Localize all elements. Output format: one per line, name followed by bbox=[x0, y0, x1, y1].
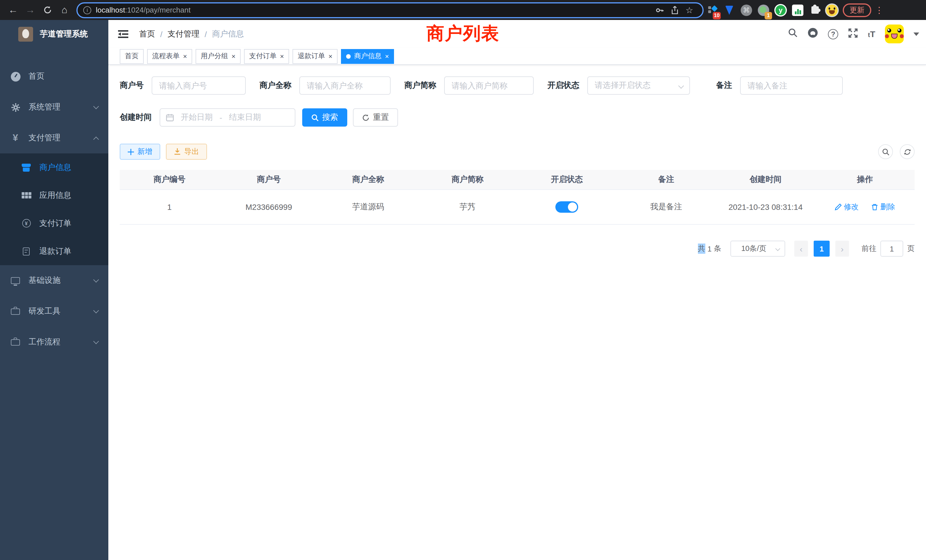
close-icon[interactable]: × bbox=[385, 52, 389, 60]
tag-home[interactable]: 首页 bbox=[120, 49, 144, 64]
sidebar-item-merchant-info[interactable]: 商户信息 bbox=[0, 153, 108, 182]
delete-link[interactable]: 删除 bbox=[871, 202, 895, 212]
close-icon[interactable]: × bbox=[328, 52, 333, 60]
tag-merchant-info[interactable]: 商户信息× bbox=[341, 49, 394, 64]
tag-user-group[interactable]: 用户分组× bbox=[195, 49, 241, 64]
remark-label: 备注 bbox=[716, 80, 732, 91]
sidebar-collapse-icon[interactable] bbox=[117, 28, 129, 39]
remark-input[interactable] bbox=[740, 76, 843, 95]
cell-remark: 我是备注 bbox=[617, 202, 716, 212]
sidebar-item-pay-order[interactable]: ¥ 支付订单 bbox=[0, 209, 108, 237]
status-select[interactable]: 请选择开启状态 bbox=[587, 76, 690, 95]
refresh-table-icon[interactable] bbox=[900, 144, 915, 159]
status-toggle[interactable] bbox=[555, 201, 578, 213]
close-icon[interactable]: × bbox=[232, 52, 236, 60]
edit-link[interactable]: 修改 bbox=[835, 202, 859, 212]
cell-short-name: 芋艿 bbox=[418, 202, 517, 212]
extension-timer-icon[interactable]: 1 bbox=[755, 2, 772, 18]
breadcrumb-pay[interactable]: 支付管理 bbox=[168, 29, 200, 39]
date-end-placeholder[interactable]: 结束日期 bbox=[224, 112, 265, 123]
app-title: 芋道管理系统 bbox=[40, 29, 88, 39]
browser-refresh-icon[interactable] bbox=[39, 2, 56, 18]
chevron-down-icon bbox=[93, 339, 99, 344]
close-icon[interactable]: × bbox=[183, 52, 187, 60]
export-button[interactable]: 导出 bbox=[166, 144, 207, 160]
yen-circle-icon: ¥ bbox=[21, 218, 31, 229]
col-header: 开启状态 bbox=[517, 174, 617, 185]
fullscreen-icon[interactable] bbox=[848, 28, 858, 40]
avatar-dropdown-icon[interactable] bbox=[914, 32, 919, 36]
goto-suffix: 页 bbox=[907, 244, 915, 254]
breadcrumb-home[interactable]: 首页 bbox=[139, 29, 155, 39]
user-avatar[interactable] bbox=[885, 24, 904, 43]
tag-pay-order[interactable]: 支付订单× bbox=[244, 49, 289, 64]
sidebar-item-pay[interactable]: ¥ 支付管理 bbox=[0, 123, 108, 153]
page-1-button[interactable]: 1 bbox=[814, 241, 830, 257]
sidebar-item-infra[interactable]: 基础设施 bbox=[0, 265, 108, 296]
bookmark-star-icon[interactable]: ☆ bbox=[682, 5, 697, 15]
browser-forward-icon[interactable]: → bbox=[22, 2, 39, 18]
close-icon[interactable]: × bbox=[280, 52, 284, 60]
yen-icon: ¥ bbox=[10, 133, 21, 143]
help-icon[interactable]: ? bbox=[828, 29, 838, 39]
extension-command-icon[interactable]: ⌘ bbox=[738, 2, 755, 18]
url-text[interactable]: localhost:1024/pay/merchant bbox=[96, 6, 652, 14]
refresh-icon bbox=[362, 114, 369, 121]
page-size-select[interactable]: 10条/页 bbox=[731, 241, 785, 257]
search-button[interactable]: 搜索 bbox=[302, 108, 347, 127]
merchant-no-label: 商户号 bbox=[120, 80, 144, 91]
browser-update-button[interactable]: 更新 bbox=[843, 3, 871, 17]
sidebar-item-refund-order[interactable]: 退款订单 bbox=[0, 237, 108, 265]
sidebar-item-home[interactable]: 首页 bbox=[0, 61, 108, 92]
site-info-icon[interactable]: i bbox=[83, 6, 91, 14]
cell-merchant-no: M233666999 bbox=[219, 203, 319, 212]
url-bar[interactable]: i localhost:1024/pay/merchant ☆ bbox=[76, 2, 704, 18]
gear-icon bbox=[10, 102, 21, 112]
github-icon[interactable] bbox=[807, 27, 818, 41]
short-name-input[interactable] bbox=[444, 76, 534, 95]
sidebar-item-devtools[interactable]: 研发工具 bbox=[0, 296, 108, 327]
app-logo[interactable]: 芋道管理系统 bbox=[0, 20, 108, 48]
tag-process-form[interactable]: 流程表单× bbox=[147, 49, 192, 64]
profile-avatar-icon[interactable] bbox=[823, 2, 840, 18]
header-search-icon[interactable] bbox=[788, 28, 798, 40]
date-range-picker[interactable]: 开始日期 - 结束日期 bbox=[160, 108, 295, 127]
full-name-input[interactable] bbox=[300, 76, 390, 95]
sidebar-item-label: 应用信息 bbox=[39, 190, 71, 200]
extension-tasks-icon[interactable]: 10 bbox=[704, 2, 721, 18]
browser-menu-icon[interactable]: ⋮ bbox=[875, 5, 884, 15]
sidebar-item-app-info[interactable]: 应用信息 bbox=[0, 182, 108, 209]
sidebar-item-workflow[interactable]: 工作流程 bbox=[0, 327, 108, 357]
main-area: 商户列表 首页 / 支付管理 / 商户信息 ? bbox=[108, 20, 926, 560]
select-caret-icon bbox=[775, 246, 780, 251]
toggle-search-icon[interactable] bbox=[878, 144, 893, 159]
extension-gem-icon[interactable] bbox=[721, 2, 738, 18]
create-time-label: 创建时间 bbox=[120, 112, 152, 123]
browser-home-icon[interactable]: ⌂ bbox=[56, 2, 73, 18]
add-button[interactable]: 新增 bbox=[120, 144, 160, 160]
extension-y-icon[interactable]: y bbox=[772, 2, 789, 18]
date-start-placeholder[interactable]: 开始日期 bbox=[176, 112, 217, 123]
reset-button[interactable]: 重置 bbox=[353, 108, 398, 127]
extension-chart-icon[interactable] bbox=[789, 2, 806, 18]
page-content: 商户号 商户全称 商户简称 开启状态 请选择开启状态 bbox=[108, 65, 926, 257]
prev-page-button[interactable]: ‹ bbox=[794, 241, 808, 257]
pagination: 共 1 条 10条/页 ‹ 1 › 前往 页 bbox=[120, 241, 915, 257]
cell-status bbox=[517, 201, 617, 213]
url-path: :1024/pay/merchant bbox=[125, 6, 191, 14]
merchant-no-input[interactable] bbox=[152, 76, 246, 95]
password-key-icon[interactable] bbox=[652, 5, 667, 15]
tag-refund-order[interactable]: 退款订单× bbox=[292, 49, 337, 64]
grid-icon bbox=[21, 190, 31, 200]
extensions-puzzle-icon[interactable] bbox=[806, 2, 823, 18]
col-header: 创建时间 bbox=[716, 174, 816, 185]
browser-back-icon[interactable]: ← bbox=[5, 2, 22, 18]
font-size-icon[interactable]: tT bbox=[868, 29, 875, 39]
chevron-up-icon bbox=[93, 136, 99, 142]
sidebar-item-system[interactable]: 系统管理 bbox=[0, 92, 108, 123]
next-page-button[interactable]: › bbox=[835, 241, 849, 257]
col-header: 商户全称 bbox=[318, 174, 418, 185]
browser-toolbar: ← → ⌂ i localhost:1024/pay/merchant ☆ 10… bbox=[0, 0, 926, 20]
share-icon[interactable] bbox=[667, 5, 682, 15]
goto-page-input[interactable] bbox=[881, 241, 903, 257]
